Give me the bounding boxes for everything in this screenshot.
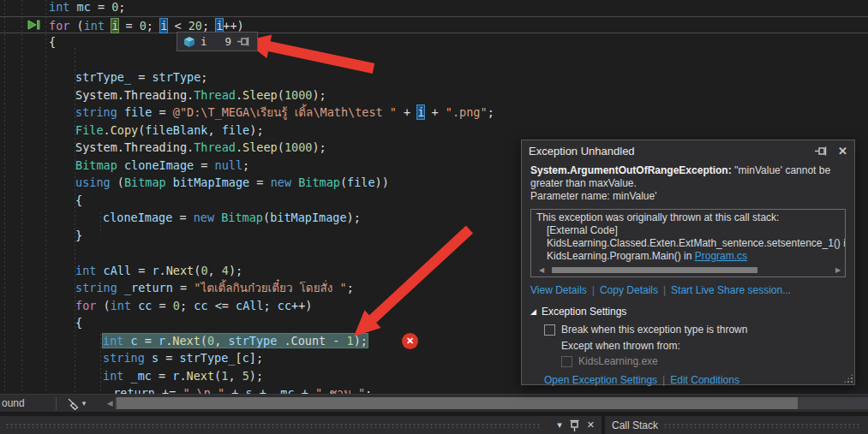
- document-health-text: ound: [2, 397, 25, 409]
- divider: |: [587, 284, 600, 296]
- module-checkbox: [561, 356, 572, 367]
- code-line: File.Copy(fileBlank, file);: [0, 122, 868, 140]
- divider: [56, 397, 57, 410]
- code-line: System.Threading.Thread.Sleep(1000);: [0, 86, 868, 104]
- editor-bottom-strip: ound ▾ ◀: [0, 394, 868, 412]
- expander-icon[interactable]: ◢: [530, 307, 536, 316]
- broom-icon: [67, 397, 80, 410]
- callstack-frame: KidsLearning.Program.Main() in Program.c…: [536, 250, 845, 263]
- grip-dots: [5, 422, 541, 428]
- chevron-down-icon[interactable]: ▾: [82, 399, 87, 407]
- scrollbar-thumb[interactable]: [117, 397, 798, 409]
- grip-dots: [663, 422, 859, 428]
- window-pin-icon[interactable]: [570, 419, 579, 431]
- code-line: for (int i = 0; i < 20; i++): [0, 16, 868, 34]
- datatip-pin-icon[interactable]: [237, 37, 250, 46]
- scroll-left-icon[interactable]: ◀: [536, 264, 547, 276]
- tool-window-band: ▾ ✕ Call Stack: [0, 412, 868, 434]
- callstack-window-title: Call Stack: [612, 419, 658, 431]
- debug-datatip[interactable]: i 9: [177, 32, 258, 51]
- exception-settings-header[interactable]: ◢ Exception Settings: [530, 306, 846, 318]
- code-line: {: [0, 33, 868, 51]
- break-checkbox-label: Break when this exception type is thrown: [561, 324, 747, 336]
- dialog-footer-links: Open Exception Settings|Edit Conditions: [544, 374, 846, 386]
- exception-dialog-title: Exception Unhandled: [529, 145, 805, 158]
- callstack-hscrollbar[interactable]: ◀ ▶: [536, 265, 843, 276]
- open-exception-settings-link[interactable]: Open Exception Settings: [544, 374, 657, 386]
- break-checkbox[interactable]: [544, 324, 555, 336]
- datatip-variable: i: [201, 35, 207, 48]
- code-line: int mc = 0;: [0, 0, 868, 16]
- dialog-pin-icon[interactable]: [815, 146, 828, 156]
- editor-hscrollbar[interactable]: [115, 397, 868, 409]
- vs-debugger-screen: int mc = 0;for (int i = 0; i < 20; i++){…: [0, 0, 868, 434]
- window-menu-chevron-icon[interactable]: ▾: [557, 419, 562, 431]
- value-cube-icon: [184, 37, 195, 47]
- edit-conditions-link[interactable]: Edit Conditions: [670, 374, 739, 386]
- divider: |: [657, 374, 670, 386]
- view-details-link[interactable]: View Details: [530, 284, 587, 296]
- code-line: [0, 51, 868, 69]
- divider: |: [658, 284, 671, 296]
- left-tool-window-titlebar[interactable]: ▾ ✕: [0, 416, 602, 434]
- callstack-header: This exception was originally thrown at …: [536, 211, 845, 224]
- datatip-value: 9: [225, 35, 232, 48]
- except-when-label: Except when thrown from:: [561, 340, 846, 352]
- module-checkbox-label: KidsLearning.exe: [578, 355, 658, 367]
- exception-message: System.ArgumentOutOfRangeException: ''mi…: [530, 164, 846, 203]
- start-live-share-session-link[interactable]: Start Live Share session...: [671, 284, 791, 296]
- source-file-link[interactable]: Program.cs: [695, 250, 747, 262]
- callstack-window-titlebar[interactable]: Call Stack: [605, 416, 868, 434]
- dialog-close-icon[interactable]: ✕: [838, 145, 847, 158]
- exception-dialog-titlebar[interactable]: Exception Unhandled ✕: [522, 140, 854, 161]
- highlighted-statement: int c = r.Next(0, strType_.Count - 1);: [103, 334, 368, 348]
- scroll-left-icon[interactable]: ◀: [105, 399, 115, 407]
- dialog-action-links: View Details|Copy Details|Start Live Sha…: [530, 284, 846, 296]
- exception-dialog: Exception Unhandled ✕ System.ArgumentOut…: [521, 140, 855, 385]
- exception-type: System.ArgumentOutOfRangeException:: [530, 164, 732, 176]
- callstack-frame: KidsLearning.Classed.Exten.ExtMath_sente…: [536, 237, 845, 250]
- callstack-frames: [External Code]KidsLearning.Classed.Exte…: [536, 224, 845, 263]
- callstack-box: This exception was originally thrown at …: [530, 209, 846, 277]
- window-close-icon[interactable]: ✕: [587, 419, 595, 431]
- code-line: string file = @"D:\T_MEGA\เรียนรู้ เติ้ล…: [0, 104, 868, 122]
- callstack-frame: [External Code]: [536, 224, 845, 237]
- copy-details-link[interactable]: Copy Details: [600, 284, 658, 296]
- exception-param: Parameter name: minValue': [530, 190, 656, 202]
- scrollbar-thumb[interactable]: [552, 267, 757, 273]
- code-cleanup-button[interactable]: ▾: [67, 397, 87, 410]
- code-line: strType_ = strType;: [0, 68, 868, 86]
- scroll-right-icon[interactable]: ▶: [833, 264, 843, 276]
- exception-error-icon[interactable]: ✕: [402, 333, 418, 349]
- execution-pointer-icon: [27, 20, 41, 30]
